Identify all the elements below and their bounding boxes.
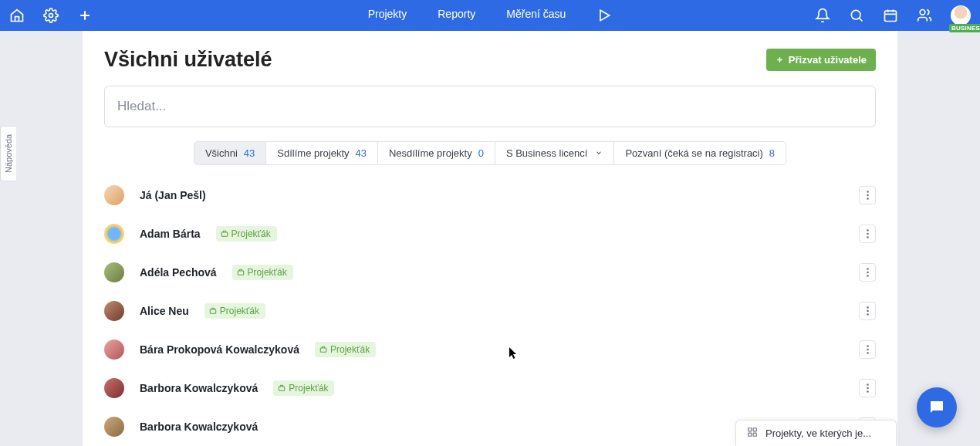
invite-user-button[interactable]: Přizvat uživatele <box>766 49 876 71</box>
user-name: Alice Neu <box>140 305 189 317</box>
tab-all[interactable]: Všichni 43 <box>194 141 266 165</box>
avatar <box>104 224 124 244</box>
home-icon[interactable] <box>9 8 25 23</box>
filter-tabs: Všichni 43 Sdílíme projekty 43 Nesdílíme… <box>104 141 876 165</box>
chat-fab[interactable] <box>917 387 957 427</box>
tab-noshare[interactable]: Nesdílíme projekty 0 <box>378 141 495 165</box>
tab-share-count: 43 <box>356 147 367 159</box>
topbar-left <box>9 8 93 23</box>
user-row[interactable]: Adéla PechováProjekťák <box>104 259 876 286</box>
svg-point-18 <box>867 310 869 313</box>
top-avatar[interactable]: BUSINESS <box>951 5 971 25</box>
user-name: Já (Jan Pešl) <box>140 189 206 201</box>
user-row[interactable]: Bára Prokopová KowalczykováProjekťák <box>104 336 876 363</box>
svg-point-0 <box>49 14 53 18</box>
invite-user-label: Přizvat uživatele <box>789 54 867 66</box>
svg-rect-36 <box>749 433 752 436</box>
user-row[interactable]: Alice NeuProjekťák <box>104 298 876 324</box>
tab-share[interactable]: Sdílíme projekty 43 <box>266 141 378 165</box>
svg-marker-1 <box>600 10 610 20</box>
people-icon[interactable] <box>917 8 932 23</box>
avatar <box>104 185 124 205</box>
avatar <box>104 417 124 437</box>
svg-point-23 <box>867 352 869 354</box>
search-icon[interactable] <box>849 8 864 23</box>
avatar <box>104 262 124 282</box>
bell-icon[interactable] <box>815 8 830 23</box>
row-menu-button[interactable] <box>859 302 876 320</box>
tab-invited-count: 8 <box>769 147 775 159</box>
tab-noshare-label: Nesdílíme projekty <box>389 147 472 159</box>
svg-point-15 <box>867 275 869 277</box>
nav-reporty[interactable]: Reporty <box>438 8 475 23</box>
grid-icon <box>747 427 758 440</box>
content: Všichni uživatelé Přizvat uživatele Všic… <box>83 31 897 446</box>
user-row[interactable]: Barbora KowalczykováProjekťák <box>104 375 876 401</box>
svg-point-10 <box>867 233 869 235</box>
tab-invited-label: Pozvaní (čeká se na registraci) <box>625 147 762 159</box>
svg-point-5 <box>867 191 869 193</box>
svg-rect-8 <box>221 232 228 236</box>
tab-all-label: Všichni <box>205 147 238 159</box>
svg-point-21 <box>867 345 869 347</box>
avatar <box>104 340 124 360</box>
svg-point-14 <box>867 272 869 274</box>
svg-rect-35 <box>753 428 756 431</box>
svg-point-6 <box>867 194 869 197</box>
svg-point-9 <box>867 229 869 231</box>
user-name: Adam Bárta <box>140 228 201 240</box>
user-row[interactable]: Já (Jan Pešl) <box>104 182 876 208</box>
tab-license-label: S Business licencí <box>506 147 588 159</box>
topbar: Projekty Reporty Měření času BUSINESS <box>0 0 980 31</box>
project-badge: Projekťák <box>232 265 293 280</box>
project-badge: Projekťák <box>204 303 265 319</box>
chevron-down-icon <box>595 147 603 159</box>
svg-point-11 <box>867 236 869 238</box>
help-tab[interactable]: Nápověda <box>0 126 16 181</box>
svg-rect-16 <box>210 309 216 313</box>
avatar-badge: BUSINESS <box>949 24 980 32</box>
svg-point-13 <box>867 268 869 270</box>
project-badge: Projekťák <box>315 342 376 357</box>
nav-mereni[interactable]: Měření času <box>506 8 566 23</box>
svg-point-27 <box>867 390 869 393</box>
user-name: Barbora Kowalczyková <box>140 382 258 394</box>
row-menu-button[interactable] <box>859 225 876 243</box>
row-menu-button[interactable] <box>859 379 876 397</box>
user-name: Bára Prokopová Kowalczyková <box>140 343 299 356</box>
row-menu-button[interactable] <box>859 186 876 204</box>
toast-projects[interactable]: Projekty, ve kterých je... <box>735 420 897 446</box>
play-icon[interactable] <box>596 8 612 23</box>
svg-rect-34 <box>749 428 752 431</box>
calendar-icon[interactable] <box>883 8 898 23</box>
user-name: Barbora Kowalczyková <box>140 421 258 433</box>
tab-invited[interactable]: Pozvaní (čeká se na registraci) 8 <box>614 141 786 165</box>
row-menu-button[interactable] <box>859 340 876 359</box>
topbar-right: BUSINESS <box>815 5 971 25</box>
svg-rect-24 <box>279 387 286 390</box>
search-input[interactable] <box>104 86 876 127</box>
avatar <box>104 378 124 398</box>
page-title: Všichni uživatelé <box>104 48 272 72</box>
svg-point-25 <box>867 383 869 386</box>
row-menu-button[interactable] <box>859 263 876 282</box>
svg-rect-12 <box>238 271 244 275</box>
user-list: Já (Jan Pešl)Adam BártaProjekťákAdéla Pe… <box>104 182 876 446</box>
svg-point-22 <box>867 349 869 351</box>
gear-icon[interactable] <box>43 8 59 23</box>
svg-point-2 <box>851 10 860 19</box>
project-badge: Projekťák <box>273 380 334 396</box>
tab-share-label: Sdílíme projekty <box>277 147 349 159</box>
svg-rect-37 <box>753 433 756 436</box>
user-name: Adéla Pechová <box>140 266 217 279</box>
svg-point-4 <box>920 10 925 15</box>
tab-noshare-count: 0 <box>478 147 484 159</box>
tab-license[interactable]: S Business licencí <box>495 141 615 165</box>
project-badge: Projekťák <box>216 226 277 242</box>
svg-point-26 <box>867 387 869 390</box>
toast-label: Projekty, ve kterých je... <box>765 427 871 439</box>
plus-icon[interactable] <box>77 8 93 23</box>
user-row[interactable]: Adam BártaProjekťák <box>104 221 876 247</box>
tab-all-count: 43 <box>244 147 255 159</box>
nav-projekty[interactable]: Projekty <box>368 8 407 23</box>
